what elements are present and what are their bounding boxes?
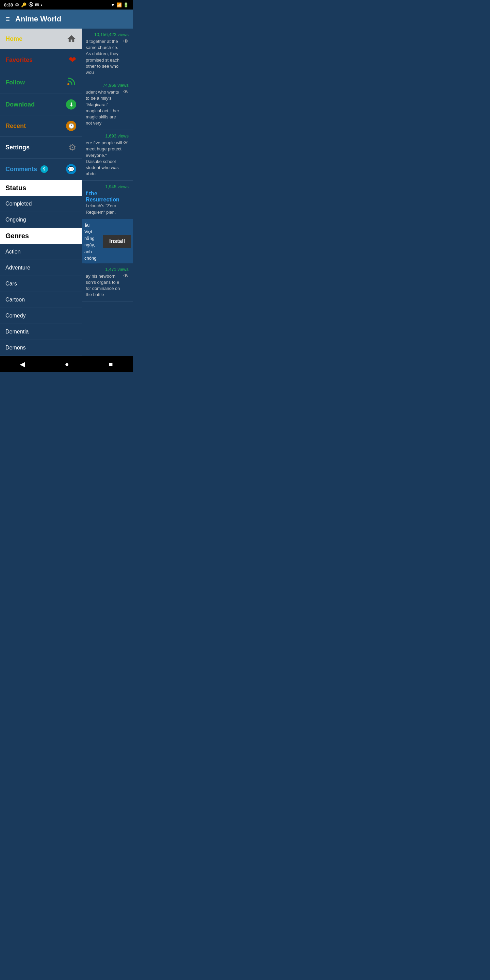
back-button[interactable]: ◀ — [11, 357, 33, 371]
status-section-header: Status — [0, 180, 82, 196]
sidebar-item-comments[interactable]: Comments 9 💬 — [0, 159, 82, 180]
sidebar: Home Favorites ❤ Follow Downl — [0, 29, 82, 356]
sidebar-item-settings[interactable]: Settings ⚙ — [0, 137, 82, 159]
follow-label: Follow — [5, 79, 25, 86]
svg-point-1 — [67, 83, 69, 85]
sidebar-item-cartoon[interactable]: Cartoon — [0, 292, 82, 308]
bottom-nav: ◀ ● ■ — [0, 356, 133, 372]
comments-badge: 9 — [40, 165, 48, 173]
card-text-5: ay his newborn son's organs to e for dom… — [86, 273, 123, 298]
signal-icon: 📶 — [116, 2, 122, 8]
status-time: 8:38 — [4, 2, 13, 8]
chat-icon: 💬 — [66, 164, 76, 174]
install-button[interactable]: Install — [103, 235, 131, 248]
sidebar-item-ongoing[interactable]: Ongoing — [0, 212, 82, 228]
content-card-5: 1,471 views ay his newborn son's organs … — [82, 263, 133, 302]
eye-icon-3: 👁 — [123, 140, 129, 146]
card-row-1: d together at the same church ce. As chi… — [86, 38, 129, 76]
gear-icon: ⚙ — [68, 142, 76, 153]
card-row-2: udent who wants to be a mily's "Magicara… — [86, 89, 129, 126]
content-card-3: 1,693 views ere five people will meet hu… — [82, 130, 133, 181]
a-icon: Ⓐ — [29, 2, 33, 8]
genres-section-header: Genres — [0, 228, 82, 244]
content-card-1: 10,156,423 views d together at the same … — [82, 29, 133, 79]
sidebar-item-download[interactable]: Download ⬇ — [0, 94, 82, 115]
sidebar-item-follow[interactable]: Follow — [0, 71, 82, 94]
heart-icon: ❤ — [69, 55, 76, 65]
mail-icon: ✉ — [35, 2, 39, 8]
eye-icon-5: 👁 — [123, 273, 129, 279]
content-card-4: 1,945 views f the Resurrection Lelouch's… — [82, 181, 133, 219]
card-text-4: Lelouch's "Zero Requiem" plan. — [86, 203, 129, 215]
download-label: Download — [5, 101, 35, 108]
ad-banner: ầu Việt hằng ngày, anh chóng, Zalo Pay I… — [82, 219, 133, 263]
status-bar: 8:38 ⚙ 🔑 Ⓐ ✉ • ▼ 📶 🔋 — [0, 0, 133, 10]
home-label: Home — [5, 35, 22, 43]
recent-button[interactable]: ■ — [100, 358, 121, 371]
eye-icon-2: 👁 — [123, 89, 129, 95]
app-title: Anime World — [15, 14, 61, 24]
comments-row: Comments 9 — [5, 165, 48, 173]
views-4: 1,945 views — [86, 184, 129, 189]
dot-icon: • — [41, 2, 43, 8]
settings-label: Settings — [5, 144, 30, 151]
sidebar-item-completed[interactable]: Completed — [0, 196, 82, 212]
sidebar-item-adventure[interactable]: Adventure — [0, 260, 82, 276]
battery-icon: 🔋 — [123, 2, 129, 8]
card-row-5: ay his newborn son's organs to e for dom… — [86, 273, 129, 298]
download-icon: ⬇ — [66, 99, 76, 110]
status-right: ▼ 📶 🔋 — [111, 2, 129, 8]
card-title-4: f the Resurrection — [86, 191, 129, 203]
card-row-3: ere five people will meet huge protect e… — [86, 140, 129, 177]
favorites-label: Favorites — [5, 56, 33, 64]
views-5: 1,471 views — [86, 267, 129, 272]
sidebar-item-cars[interactable]: Cars — [0, 276, 82, 292]
rss-icon — [67, 76, 76, 88]
views-2: 74,969 views — [86, 83, 129, 88]
clock-icon: 🕐 — [66, 121, 76, 131]
sidebar-item-demons[interactable]: Demons — [0, 340, 82, 356]
eye-icon-1: 👁 — [123, 38, 129, 45]
comments-label: Comments — [5, 166, 37, 173]
views-1: 10,156,423 views — [86, 32, 129, 37]
sidebar-item-recent[interactable]: Recent 🕐 — [0, 115, 82, 137]
card-text-1: d together at the same church ce. As chi… — [86, 38, 123, 76]
sidebar-item-action[interactable]: Action — [0, 244, 82, 260]
content-area: 10,156,423 views d together at the same … — [82, 29, 133, 356]
content-card-2: 74,969 views udent who wants to be a mil… — [82, 79, 133, 130]
settings-icon: ⚙ — [15, 2, 19, 8]
recent-label: Recent — [5, 123, 26, 130]
card-text-2: udent who wants to be a mily's "Magicara… — [86, 89, 123, 126]
app-header: ≡ Anime World — [0, 10, 133, 29]
main-layout: Home Favorites ❤ Follow Downl — [0, 29, 133, 356]
home-icon — [67, 34, 76, 43]
views-3: 1,693 views — [86, 134, 129, 138]
wifi-icon: ▼ — [111, 2, 115, 8]
sidebar-item-dementia[interactable]: Dementia — [0, 324, 82, 340]
status-left: 8:38 ⚙ 🔑 Ⓐ ✉ • — [4, 2, 43, 8]
hamburger-menu-icon[interactable]: ≡ — [5, 14, 10, 24]
zalo-badge: Zalo Pay — [84, 263, 98, 263]
key-icon: 🔑 — [21, 2, 27, 8]
sidebar-item-favorites[interactable]: Favorites ❤ — [0, 49, 82, 71]
ad-left: ầu Việt hằng ngày, anh chóng, Zalo Pay — [82, 219, 100, 263]
sidebar-item-comedy[interactable]: Comedy — [0, 308, 82, 324]
ad-text: ầu Việt hằng ngày, anh chóng, — [84, 222, 98, 262]
sidebar-item-home[interactable]: Home — [0, 29, 82, 49]
home-button[interactable]: ● — [56, 358, 77, 371]
card-text-3: ere five people will meet huge protect e… — [86, 140, 123, 177]
